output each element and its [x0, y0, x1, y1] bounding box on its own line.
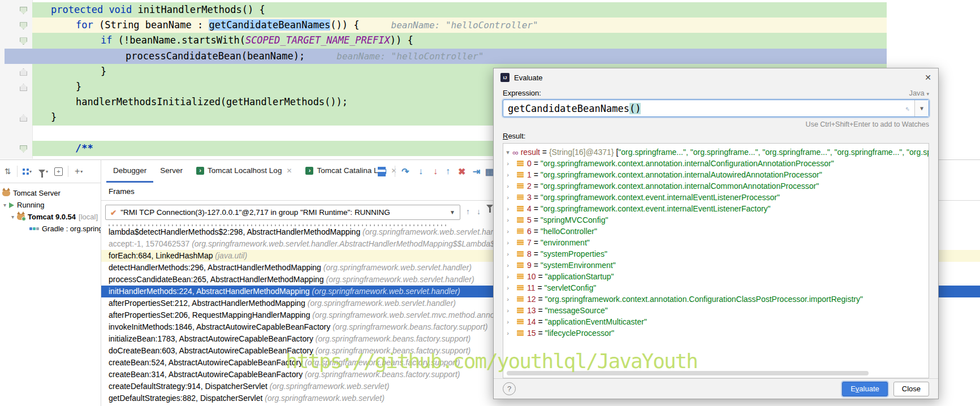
- chevron-right-icon[interactable]: ›: [503, 194, 512, 201]
- string-value-icon: [517, 161, 524, 166]
- debugger-inline-hint: beanName: "helloController": [336, 51, 483, 62]
- chevron-right-icon[interactable]: ›: [503, 284, 512, 291]
- expression-input[interactable]: getCandidateBeanNames() ⇖ ▼: [503, 100, 929, 117]
- chevron-right-icon[interactable]: ›: [503, 160, 512, 167]
- tab-tomcat-catalina-log[interactable]: ›Tomcat Catalina Log✕: [299, 161, 403, 183]
- group-tabs-icon[interactable]: ▾: [23, 160, 32, 183]
- evaluate-button[interactable]: Evaluate: [842, 382, 888, 396]
- close-icon[interactable]: ✕: [925, 73, 931, 82]
- tree-item-tomcat-server[interactable]: Tomcat Server: [0, 187, 101, 199]
- code-text: }: [32, 111, 57, 123]
- hide-frames-filter-icon[interactable]: [486, 209, 493, 218]
- chevron-right-icon[interactable]: ›: [503, 307, 512, 314]
- equals: =: [532, 193, 541, 202]
- horizontal-scrollbar[interactable]: [507, 371, 869, 375]
- element-value: "org.springframework.context.annotation.…: [541, 182, 819, 191]
- result-child-row[interactable]: ›10 = "applicationStartup": [503, 271, 929, 282]
- result-child-row[interactable]: ›2 = "org.springframework.context.annota…: [503, 180, 929, 192]
- result-child-row[interactable]: ›12 = "org.springframework.context.annot…: [503, 293, 929, 305]
- code-line[interactable]: for (String beanName : getCandidateBeanN…: [32, 18, 887, 33]
- frame-up-icon[interactable]: ↑: [466, 207, 470, 216]
- chevron-right-icon[interactable]: ›: [503, 262, 512, 269]
- element-value: "org.springframework.context.event.inter…: [541, 204, 771, 213]
- result-child-row[interactable]: ›13 = "messageSource": [503, 305, 929, 316]
- close-tab-icon[interactable]: ✕: [391, 167, 397, 175]
- chevron-down-icon[interactable]: ▾: [3, 202, 6, 208]
- chevron-right-icon[interactable]: ›: [503, 183, 512, 189]
- result-child-row[interactable]: ›8 = "systemProperties": [503, 248, 929, 260]
- tree-item-label: Tomcat Server: [13, 189, 61, 197]
- help-button[interactable]: ?: [503, 382, 516, 395]
- element-value: "org.springframework.context.annotation.…: [541, 159, 834, 168]
- result-root-row[interactable]: ▾∞result = {String[16]@4371} ["org.sprin…: [503, 146, 929, 158]
- restore-layout-icon[interactable]: ⇅: [5, 160, 11, 183]
- result-child-row[interactable]: ›11 = "servletConfig": [503, 282, 929, 293]
- expand-editor-icon[interactable]: ⇖: [905, 104, 914, 113]
- result-child-row[interactable]: ›14 = "applicationEventMulticaster": [503, 316, 929, 327]
- code-line[interactable]: protected void initHandlerMethods() {: [32, 2, 887, 18]
- code-line[interactable]: if (!beanName.startsWith(SCOPED_TARGET_N…: [32, 33, 887, 48]
- chevron-right-icon[interactable]: ›: [503, 239, 512, 246]
- tree-item-label: Tomcat 9.0.54: [28, 213, 76, 221]
- step-into-icon[interactable]: ↓: [418, 160, 423, 183]
- result-child-row[interactable]: ›4 = "org.springframework.context.event.…: [503, 203, 929, 214]
- element-index: 9: [527, 261, 532, 270]
- result-child-row[interactable]: ›7 = "environment": [503, 237, 929, 248]
- chevron-right-icon[interactable]: ›: [503, 228, 512, 235]
- log-tab-icon: ›: [196, 167, 204, 175]
- chevron-right-icon[interactable]: ›: [503, 250, 512, 257]
- expression-history-dropdown[interactable]: ▼: [914, 100, 929, 116]
- equals: =: [536, 306, 545, 315]
- result-child-row[interactable]: ›0 = "org.springframework.context.annota…: [503, 158, 929, 169]
- filter-threads-icon[interactable]: ▾: [38, 160, 48, 183]
- step-over-icon[interactable]: ↷: [402, 160, 409, 183]
- result-child-row[interactable]: ›5 = "springMVCConfig": [503, 214, 929, 226]
- result-child-row[interactable]: ›15 = "lifecycleProcessor": [503, 327, 929, 339]
- add-icon[interactable]: +▾: [75, 160, 83, 183]
- dialog-titlebar[interactable]: IJ Evaluate ✕: [494, 68, 938, 87]
- chevron-right-icon[interactable]: ›: [503, 205, 512, 212]
- drop-frame-icon[interactable]: ✖: [458, 160, 465, 183]
- layout-settings-icon[interactable]: [378, 160, 386, 183]
- result-child-row[interactable]: ›3 = "org.springframework.context.event.…: [503, 192, 929, 203]
- code-text: for (String beanName : getCandidateBeanN…: [32, 19, 360, 31]
- step-out-icon[interactable]: ↑: [446, 160, 450, 183]
- chevron-right-icon[interactable]: ›: [503, 217, 512, 223]
- evaluate-dialog: IJ Evaluate ✕ Expression: Java ▾ getCand…: [493, 68, 939, 399]
- result-tree[interactable]: ▾∞result = {String[16]@4371} ["org.sprin…: [503, 143, 929, 378]
- editor-gutter: [0, 0, 33, 159]
- run-to-cursor-icon[interactable]: ⇥: [473, 160, 480, 183]
- tree-item-gradle-org-spring[interactable]: Gradle : org.spring: [0, 223, 101, 235]
- tab-server[interactable]: Server: [153, 161, 189, 183]
- code-line[interactable]: processCandidateBean(beanName);beanName:…: [5, 49, 887, 64]
- equals: =: [532, 215, 541, 224]
- element-value: "org.springframework.context.event.inter…: [541, 193, 780, 202]
- tree-item-tomcat-9-0-54[interactable]: ▾Tomcat 9.0.54 [local]: [0, 211, 101, 223]
- evaluate-grid-icon[interactable]: ▦: [485, 160, 494, 183]
- add-frame-icon[interactable]: +: [54, 160, 63, 183]
- chevron-down-icon[interactable]: ▾: [11, 214, 14, 220]
- thread-selector[interactable]: ✔ "RMI TCP Connection(3)-127.0.0.1"@2,71…: [105, 205, 460, 220]
- tab-tomcat-localhost-log[interactable]: ›Tomcat Localhost Log✕: [189, 161, 299, 183]
- close-tab-icon[interactable]: ✕: [286, 167, 292, 175]
- equals: =: [532, 227, 541, 236]
- result-child-row[interactable]: ›9 = "systemEnvironment": [503, 260, 929, 271]
- code-text: [32, 127, 51, 139]
- chevron-right-icon[interactable]: ›: [503, 171, 512, 178]
- chevron-right-icon[interactable]: ›: [503, 330, 512, 336]
- result-child-row[interactable]: ›1 = "org.springframework.context.annota…: [503, 169, 929, 180]
- equals: =: [540, 148, 549, 157]
- chevron-right-icon[interactable]: ›: [503, 296, 512, 303]
- tab-debugger[interactable]: Debugger: [106, 161, 153, 183]
- result-child-row[interactable]: ›6 = "helloController": [503, 226, 929, 237]
- close-button[interactable]: Close: [893, 382, 929, 396]
- result-type: {String[16]@4371}: [549, 148, 616, 157]
- chevron-right-icon[interactable]: ›: [503, 273, 512, 280]
- force-step-into-icon[interactable]: ↓: [433, 160, 438, 183]
- chevron-down-icon[interactable]: ▾: [503, 149, 512, 156]
- language-selector[interactable]: Java ▾: [909, 89, 929, 97]
- tree-item-running[interactable]: ▾Running: [0, 199, 101, 211]
- chevron-right-icon[interactable]: ›: [503, 318, 512, 325]
- frame-down-icon[interactable]: ↓: [477, 207, 481, 216]
- string-value-icon: [517, 228, 524, 234]
